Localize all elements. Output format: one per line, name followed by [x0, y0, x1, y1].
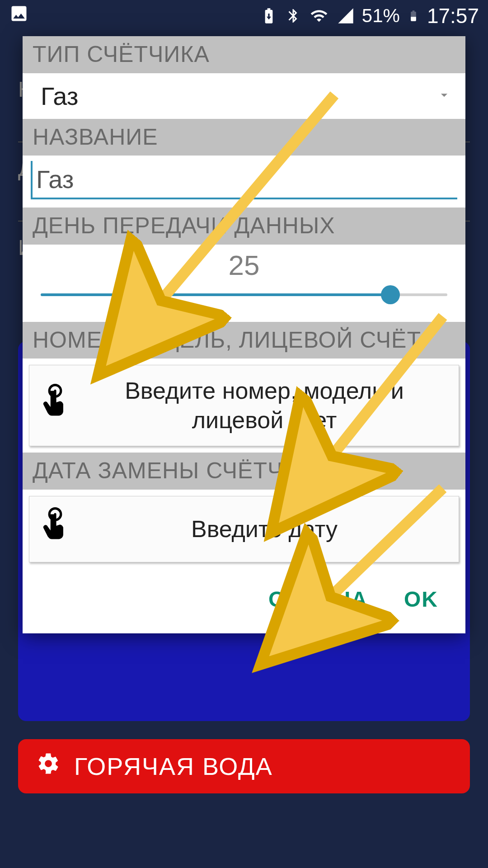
section-header-name: НАЗВАНИЕ: [23, 119, 465, 156]
bg-card-title: ГОРЯЧАЯ ВОДА: [74, 752, 273, 780]
section-header-day: ДЕНЬ ПЕРЕДАЧИ ДАННЫХ: [23, 208, 465, 245]
enter-numbers-button[interactable]: Введите номер, модель и лицевой счет: [29, 365, 459, 446]
settings-icon: [36, 751, 61, 781]
slider-thumb[interactable]: [381, 285, 400, 304]
section-header-type: ТИП СЧЁТЧИКА: [23, 36, 465, 73]
dialog-footer: ОТМЕНА OK: [23, 569, 465, 633]
enter-numbers-label: Введите номер, модель и лицевой счет: [82, 376, 447, 435]
enter-date-label: Введите дату: [82, 514, 447, 544]
day-slider[interactable]: [41, 286, 447, 304]
status-bar: 51% 17:57: [0, 0, 488, 32]
clock-text: 17:57: [427, 4, 479, 28]
battery-icon: [407, 6, 420, 25]
bluetooth-icon: [285, 7, 301, 25]
cancel-button[interactable]: ОТМЕНА: [268, 587, 368, 612]
battery-percent: 51%: [362, 5, 400, 27]
signal-icon: [337, 7, 355, 25]
image-icon: [9, 4, 29, 28]
meter-name-input[interactable]: [31, 161, 457, 199]
section-header-numbers: НОМЕР, МОДЕЛЬ, ЛИЦЕВОЙ СЧЁТ: [23, 322, 465, 359]
wifi-icon: [309, 7, 329, 25]
tap-icon: [41, 507, 69, 551]
bg-card-hot-water: ГОРЯЧАЯ ВОДА: [18, 739, 470, 793]
meter-type-dropdown[interactable]: Газ: [23, 73, 465, 119]
section-header-date: ДАТА ЗАМЕНЫ СЧЁТЧИКА: [23, 453, 465, 490]
meter-dialog: ТИП СЧЁТЧИКА Газ НАЗВАНИЕ ДЕНЬ ПЕРЕДАЧИ …: [23, 36, 465, 633]
tap-icon: [41, 384, 69, 428]
recycle-icon: [260, 7, 278, 25]
enter-date-button[interactable]: Введите дату: [29, 496, 459, 562]
meter-type-value: Газ: [41, 81, 78, 111]
chevron-down-icon: [436, 87, 452, 104]
day-value: 25: [41, 248, 447, 286]
ok-button[interactable]: OK: [404, 587, 438, 612]
